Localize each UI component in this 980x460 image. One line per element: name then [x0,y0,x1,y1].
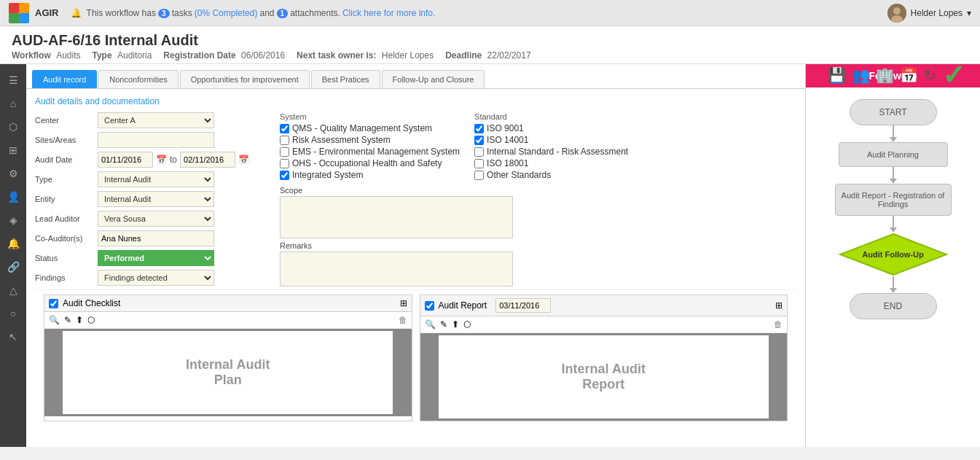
sidebar-gear-icon[interactable]: ⚙ [3,163,23,184]
checklist-header: Audit Checklist ⊞ [44,295,412,312]
sidebar-link-icon[interactable]: 🔗 [3,257,23,277]
lead-auditor-field-row: Lead Auditor Vera Sousa [35,211,268,227]
report-search-icon[interactable]: 🔍 [425,319,436,330]
date-to-input[interactable] [180,152,235,168]
audit-date-field-row: Audit Date 📅 to 📅 [35,152,268,168]
users-icon[interactable]: 👥 [852,66,870,84]
sidebar-tag-icon[interactable]: ⊞ [3,140,23,160]
status-field-row: Status Performed [35,250,268,266]
checklist-upload-icon[interactable]: ⬆ [76,315,83,325]
sidebar-home-icon[interactable]: ⌂ [3,93,23,114]
system-ems-checkbox[interactable] [280,147,289,157]
standard-iso14001-checkbox[interactable] [474,136,484,145]
sidebar-circle-icon[interactable]: ○ [3,303,23,324]
section-title: Audit details and documentation [35,96,796,106]
date-from-input[interactable] [98,152,153,168]
more-info-link[interactable]: Click here for more info. [342,8,435,18]
co-auditor-input[interactable] [98,230,214,246]
app-logo [9,3,29,23]
entity-field-row: Entity Internal Audit [35,191,268,207]
report-date-input[interactable] [495,298,551,313]
center-select[interactable]: Center A [98,112,214,128]
refresh-icon[interactable]: ↻ [924,66,936,84]
type-select[interactable]: Internal Audit [98,171,214,187]
sidebar-menu-icon[interactable]: ☰ [3,70,23,90]
tasks-badge: 3 [158,9,170,18]
checklist-checkbox[interactable] [49,299,58,308]
form-top-section: Center Center A Sites/Areas Audit Date [35,112,796,289]
sites-field-row: Sites/Areas [35,132,268,148]
svg-rect-1 [19,3,29,13]
system-risk-checkbox[interactable] [280,136,289,145]
sidebar-shield-icon[interactable]: ◈ [3,210,23,230]
tab-opportunities[interactable]: Opportunities for improvement [180,70,310,88]
save-icon[interactable]: 💾 [828,66,846,84]
checklist-layers-icon[interactable]: ⬡ [87,315,95,325]
status-label: Status [35,254,93,262]
system-qms-checkbox[interactable] [280,124,289,133]
standard-iso18001-checkbox[interactable] [474,159,484,168]
audit-report-panel: Audit Report ⊞ 🔍 ✎ ⬆ ⬡ 🗑 [420,295,788,421]
complete-checkmark-icon[interactable]: ✓ [942,61,965,89]
calendar-icon[interactable]: 📅 [900,66,918,84]
system-ems-row: EMS - Environmental Management System [280,147,460,157]
user-info[interactable]: Helder Lopes ▾ [887,4,971,23]
report-delete-icon[interactable]: 🗑 [774,319,783,330]
co-auditor-label: Co-Auditor(s) [35,234,93,243]
sites-input[interactable] [98,132,214,148]
report-grid-icon[interactable]: ⊞ [775,300,783,311]
report-edit-icon[interactable]: ✎ [440,319,447,330]
avatar [887,4,906,23]
tab-followup[interactable]: Follow-Up and Closure [382,70,485,88]
report-upload-icon[interactable]: ⬆ [452,319,459,330]
standard-iso18001-row: ISO 18001 [474,158,628,168]
standard-other-checkbox[interactable] [474,171,484,180]
checklist-grid-icon[interactable]: ⊞ [400,298,407,308]
documents-section: Audit Checklist ⊞ 🔍 ✎ ⬆ ⬡ 🗑 Int [35,289,796,426]
report-title: Audit Report [439,300,487,311]
sidebar-triangle-icon[interactable]: △ [3,280,23,300]
user-dropdown-icon[interactable]: ▾ [967,8,971,18]
standard-iso18001-label: ISO 18001 [487,158,528,168]
checklist-edit-icon[interactable]: ✎ [64,315,71,325]
lead-auditor-select[interactable]: Vera Sousa [98,211,214,227]
type-field-row: Type Internal Audit [35,171,268,187]
report-checkbox[interactable] [425,301,434,311]
checklist-delete-icon[interactable]: 🗑 [399,315,407,325]
status-select[interactable]: Performed [98,250,214,266]
sidebar-bell-icon[interactable]: 🔔 [3,233,23,254]
flow-arrowhead-4 [890,288,897,293]
checklist-search-icon[interactable]: 🔍 [49,315,60,325]
flow-start-node: START [850,99,937,125]
sidebar-cursor-icon[interactable]: ↖ [3,327,23,347]
system-standard-row: System QMS - Quality Management System R… [280,112,796,182]
standard-iso9001-row: ISO 9001 [474,123,628,133]
entity-select[interactable]: Internal Audit [98,191,214,207]
findings-select[interactable]: Findings detected [98,270,214,286]
system-ohs-checkbox[interactable] [280,159,289,168]
checklist-preview-inner: Internal Audit Plan [63,331,393,414]
scope-container: Scope [280,186,513,238]
remarks-container: Remarks [280,241,796,286]
sidebar-person-icon[interactable]: 👤 [3,187,23,207]
scope-textarea[interactable] [280,196,513,238]
cal-to-icon[interactable]: 📅 [238,155,249,165]
cal-from-icon[interactable]: 📅 [156,155,167,165]
remarks-textarea[interactable] [280,252,513,286]
system-integrated-checkbox[interactable] [280,171,289,180]
svg-rect-0 [9,3,19,13]
report-layers-icon[interactable]: ⬡ [463,319,471,330]
tab-best-pratices[interactable]: Best Pratices [311,70,380,88]
tab-audit-record[interactable]: Audit record [32,70,97,88]
nextowner-meta: Next task owner is: Helder Lopes [297,50,434,61]
org-icon[interactable]: 🏢 [876,66,894,84]
standard-internal-checkbox[interactable] [474,147,484,157]
notification-text: This workflow has [87,8,156,18]
checklist-title: Audit Checklist [63,298,120,308]
standard-iso9001-checkbox[interactable] [474,124,484,133]
svg-rect-3 [19,13,29,23]
tab-nonconformities[interactable]: Nonconformities [98,70,178,88]
sidebar-network-icon[interactable]: ⬡ [3,117,23,137]
flow-report-node: Audit Report - Registration of Findings [835,184,952,216]
main-layout: ☰ ⌂ ⬡ ⊞ ⚙ 👤 ◈ 🔔 🔗 △ ○ ↖ Audit record Non… [0,64,980,447]
